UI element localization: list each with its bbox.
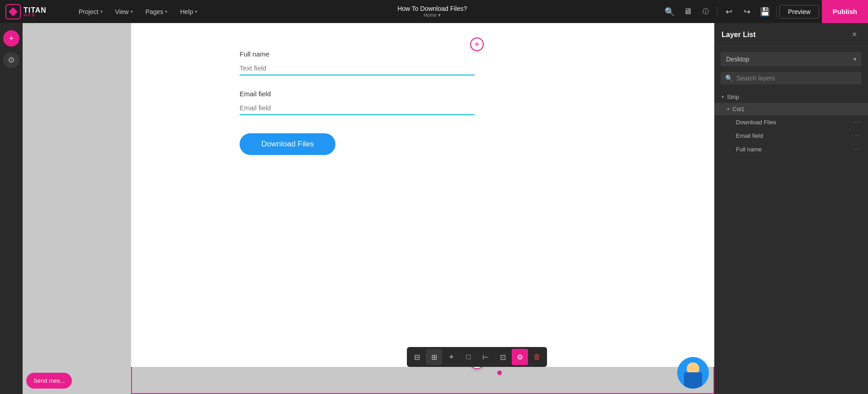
more-icon: ···	[855, 131, 861, 140]
add-strip-top-button[interactable]: +	[470, 38, 484, 51]
trash-icon: 🗑	[533, 353, 541, 361]
add-strip-top: +	[470, 38, 484, 51]
columns-icon: ⊞	[431, 353, 437, 361]
publish-button[interactable]: Publish	[822, 0, 868, 23]
layer-download-files[interactable]: Download Files ···	[714, 115, 868, 129]
page-sub[interactable]: Home ▾	[424, 12, 441, 18]
align-button[interactable]: ⊢	[477, 349, 494, 365]
logo-icon	[5, 4, 21, 19]
layer-tree: ▾ Strip ▾ Col1 Download Files ··· Email …	[714, 89, 868, 394]
save-icon[interactable]: 💾	[756, 0, 774, 23]
layer-strip[interactable]: ▾ Strip	[714, 91, 868, 103]
nav-help[interactable]: Help ▾	[174, 0, 203, 23]
info-icon[interactable]: ⓘ	[697, 0, 714, 23]
grid-toggle-button[interactable]: ⊟	[409, 349, 425, 365]
logo[interactable]: TITAN WEB	[0, 4, 72, 19]
layer-full-name[interactable]: Full name ···	[714, 142, 868, 156]
layer-list-panel: Layer List × Desktop ▾ 🔍 ▾ Strip ▾ Col1 …	[714, 23, 868, 394]
external-icon: ⊡	[500, 353, 506, 361]
separator	[717, 6, 717, 17]
nav-pages[interactable]: Pages ▾	[139, 0, 174, 23]
page-title: How To Download Files?	[397, 5, 467, 12]
full-name-label: Full name	[240, 50, 475, 58]
align-icon: ⊢	[482, 353, 489, 361]
search-icon[interactable]: 🔍	[661, 0, 678, 23]
search-icon: 🔍	[725, 75, 733, 82]
text-field-input[interactable]	[240, 61, 475, 75]
canvas-area: + Full name Email field Download Files +…	[23, 23, 714, 394]
left-sidebar: + ⚙	[0, 23, 23, 394]
panel-header: Layer List ×	[714, 23, 868, 47]
chevron-down-icon: ▾	[131, 9, 133, 14]
email-field-wrapper: Email field	[240, 90, 475, 115]
device-dropdown[interactable]: Desktop ▾	[721, 52, 862, 66]
cursor-button[interactable]: ⌖	[443, 349, 459, 365]
layer-label: Download Files	[736, 119, 776, 126]
more-icon: ···	[855, 145, 861, 153]
nav-project[interactable]: Project ▾	[72, 0, 109, 23]
separator	[776, 6, 777, 17]
chevron-down-icon: ▾	[100, 9, 103, 14]
columns-button[interactable]: ⊞	[426, 349, 442, 365]
preview-button[interactable]: Preview	[779, 5, 819, 19]
search-layers-input[interactable]	[736, 75, 857, 82]
box-button[interactable]: □	[460, 349, 476, 365]
full-name-field: Full name	[240, 50, 475, 75]
chevron-down-icon: ▾	[722, 94, 724, 100]
redo-icon[interactable]: ↪	[738, 0, 755, 23]
chevron-down-icon: ▾	[727, 106, 730, 112]
form-content: Full name Email field Download Files	[240, 50, 475, 155]
layer-label: Strip	[727, 94, 739, 100]
email-label: Email field	[240, 90, 475, 98]
external-button[interactable]: ⊡	[495, 349, 511, 365]
avatar-body	[684, 372, 702, 389]
add-element-button[interactable]: +	[3, 30, 19, 47]
layer-col1[interactable]: ▾ Col1	[714, 103, 868, 115]
topbar-right: 🔍 🖥 ⓘ ↩ ↪ 💾 Preview Publish	[661, 0, 868, 23]
layer-label: Email field	[736, 132, 763, 139]
chevron-down-icon: ▾	[195, 9, 197, 14]
close-icon[interactable]: ×	[848, 28, 861, 41]
avatar[interactable]	[677, 357, 709, 389]
layer-label: Col1	[732, 106, 745, 113]
panel-title: Layer List	[722, 31, 756, 39]
device-label: Desktop	[726, 56, 749, 63]
more-icon: ···	[855, 118, 861, 126]
layer-label: Full name	[736, 146, 762, 153]
search-layers-container: 🔍	[721, 72, 862, 84]
gear-icon: ⚙	[517, 353, 523, 361]
chevron-down-icon: ▾	[165, 9, 167, 14]
nav-view[interactable]: View ▾	[109, 0, 139, 23]
grid-icon: ⊟	[414, 353, 420, 361]
undo-icon[interactable]: ↩	[720, 0, 737, 23]
delete-button[interactable]: 🗑	[529, 349, 545, 365]
strip-handle	[497, 371, 502, 375]
floating-toolbar: ⊟ ⊞ ⌖ □ ⊢ ⊡ ⚙ 🗑	[407, 347, 547, 367]
download-files-button[interactable]: Download Files	[240, 133, 335, 155]
chevron-down-icon: ▾	[854, 56, 856, 62]
box-icon: □	[466, 353, 471, 361]
layer-email-field[interactable]: Email field ···	[714, 129, 868, 142]
logo-text-block: TITAN WEB	[24, 6, 47, 17]
chat-button[interactable]: Send mes...	[26, 373, 72, 389]
settings-toolbar-button[interactable]: ⚙	[512, 349, 528, 365]
avatar-figure	[681, 362, 705, 389]
cursor-icon: ⌖	[449, 353, 453, 361]
nav-menu: Project ▾ View ▾ Pages ▾ Help ▾	[72, 0, 203, 23]
settings-button[interactable]: ⚙	[3, 52, 19, 68]
topbar: TITAN WEB Project ▾ View ▾ Pages ▾ Help …	[0, 0, 868, 23]
device-preview-icon[interactable]: 🖥	[679, 0, 696, 23]
page-info: How To Download Files? Home ▾	[203, 5, 661, 18]
email-field-input[interactable]	[240, 101, 475, 115]
logo-diamond	[9, 7, 18, 16]
